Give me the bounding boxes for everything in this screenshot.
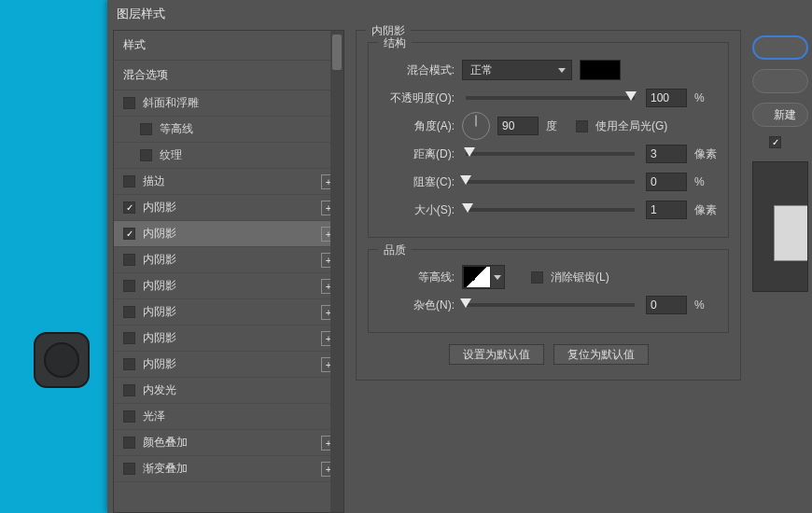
size-row: 大小(S): 像素 [380, 196, 717, 224]
right-column: 新建 [752, 30, 808, 513]
distance-thumb[interactable] [464, 147, 475, 157]
size-unit: 像素 [694, 202, 717, 218]
blend-mode-select[interactable]: 正常 [462, 60, 572, 80]
opacity-thumb[interactable] [625, 91, 637, 101]
style-label: 光泽 [143, 409, 336, 424]
noise-label: 杂色(N): [380, 298, 455, 313]
style-item[interactable]: 内阴影 [114, 326, 343, 352]
style-item[interactable]: 光泽 [114, 404, 343, 430]
style-item[interactable]: 内阴影 [114, 221, 343, 247]
choke-label: 阻塞(C): [380, 174, 455, 190]
style-checkbox[interactable] [123, 97, 135, 109]
choke-row: 阻塞(C): % [380, 168, 717, 196]
blend-options-header[interactable]: 混合选项 [114, 61, 343, 90]
style-label: 内阴影 [143, 278, 321, 294]
noise-input[interactable] [646, 296, 687, 314]
reset-default-button[interactable]: 复位为默认值 [553, 344, 649, 365]
scroll-thumb[interactable] [332, 35, 342, 70]
size-input[interactable] [646, 201, 687, 219]
distance-unit: 像素 [694, 146, 717, 162]
contour-picker[interactable] [462, 265, 505, 289]
noise-unit: % [694, 298, 717, 312]
global-light-checkbox[interactable] [576, 120, 588, 132]
style-label: 渐变叠加 [143, 461, 321, 477]
blend-mode-value: 正常 [470, 62, 493, 78]
style-label: 内发光 [143, 382, 336, 398]
inner-shadow-section: 内阴影 结构 混合模式: 正常 不透明度(O): [356, 30, 741, 381]
antialias-checkbox[interactable] [531, 271, 543, 284]
style-checkbox[interactable] [123, 254, 135, 266]
noise-thumb[interactable] [460, 298, 471, 308]
blend-mode-row: 混合模式: 正常 [380, 56, 717, 84]
style-label: 斜面和浮雕 [143, 95, 336, 111]
choke-input[interactable] [646, 173, 687, 191]
choke-unit: % [694, 175, 717, 188]
distance-slider[interactable] [466, 152, 635, 156]
opacity-input[interactable] [646, 89, 687, 107]
new-style-button[interactable]: 新建 [752, 103, 808, 127]
default-buttons-row: 设置为默认值 复位为默认值 [368, 344, 729, 365]
opacity-unit: % [694, 91, 717, 104]
cancel-button[interactable] [752, 69, 808, 93]
quality-group: 品质 等高线: 消除锯齿(L) 杂色(N): [368, 249, 729, 333]
style-checkbox[interactable] [123, 463, 135, 475]
style-item[interactable]: 等高线 [114, 117, 343, 143]
style-checkbox[interactable] [140, 123, 152, 135]
style-label: 纹理 [160, 147, 336, 163]
ok-button[interactable] [752, 35, 808, 60]
style-item[interactable]: 纹理 [114, 143, 343, 169]
angle-input[interactable] [497, 117, 539, 135]
style-label: 等高线 [160, 121, 336, 137]
style-label: 颜色叠加 [143, 435, 321, 451]
style-label: 内阴影 [143, 200, 321, 215]
size-slider[interactable] [466, 208, 635, 212]
size-thumb[interactable] [462, 203, 473, 213]
style-checkbox[interactable] [140, 149, 152, 161]
style-item[interactable]: 内阴影 [114, 195, 343, 221]
style-item[interactable]: 颜色叠加 [114, 430, 343, 456]
style-checkbox[interactable] [123, 201, 135, 214]
quality-legend: 品质 [378, 243, 412, 258]
style-label: 内阴影 [143, 356, 321, 372]
styles-header[interactable]: 样式 [114, 31, 343, 61]
style-checkbox[interactable] [123, 410, 135, 423]
style-item[interactable]: 描边 [114, 169, 343, 195]
style-checkbox[interactable] [123, 332, 135, 344]
blend-mode-label: 混合模式: [380, 62, 455, 78]
style-item[interactable]: 渐变叠加 [114, 456, 343, 482]
style-checkbox[interactable] [123, 280, 135, 292]
blend-color-swatch[interactable] [580, 60, 621, 80]
style-checkbox[interactable] [123, 437, 135, 449]
style-label: 内阴影 [143, 252, 321, 268]
style-item[interactable]: 内阴影 [114, 247, 343, 273]
make-default-button[interactable]: 设置为默认值 [449, 344, 544, 365]
distance-input[interactable] [646, 145, 687, 163]
style-item[interactable]: 斜面和浮雕 [114, 90, 343, 117]
contour-row: 等高线: 消除锯齿(L) [380, 263, 717, 291]
angle-hand [476, 116, 477, 127]
styles-scrollbar[interactable] [330, 31, 343, 512]
distance-row: 距离(D): 像素 [380, 140, 717, 168]
dialog-body: 样式 混合选项 斜面和浮雕等高线纹理描边内阴影内阴影内阴影内阴影内阴影内阴影内阴… [107, 30, 812, 513]
style-checkbox[interactable] [123, 175, 135, 187]
angle-dial[interactable] [462, 112, 490, 140]
style-label: 内阴影 [143, 330, 321, 346]
style-checkbox[interactable] [123, 384, 135, 396]
style-item[interactable]: 内阴影 [114, 273, 343, 299]
style-checkbox[interactable] [123, 228, 135, 240]
style-item[interactable]: 内阴影 [114, 299, 343, 326]
style-label: 内阴影 [143, 226, 321, 242]
choke-thumb[interactable] [460, 175, 471, 185]
preview-checkbox[interactable] [769, 136, 781, 148]
dialog-title: 图层样式 [107, 0, 812, 30]
canvas-circle [44, 342, 79, 378]
distance-label: 距离(D): [380, 146, 455, 162]
structure-group: 结构 混合模式: 正常 不透明度(O): % [368, 42, 729, 238]
opacity-slider[interactable] [466, 96, 635, 100]
style-checkbox[interactable] [123, 306, 135, 318]
style-item[interactable]: 内发光 [114, 378, 343, 404]
style-checkbox[interactable] [123, 358, 135, 370]
noise-slider[interactable] [466, 303, 635, 307]
choke-slider[interactable] [466, 180, 635, 184]
style-item[interactable]: 内阴影 [114, 352, 343, 378]
